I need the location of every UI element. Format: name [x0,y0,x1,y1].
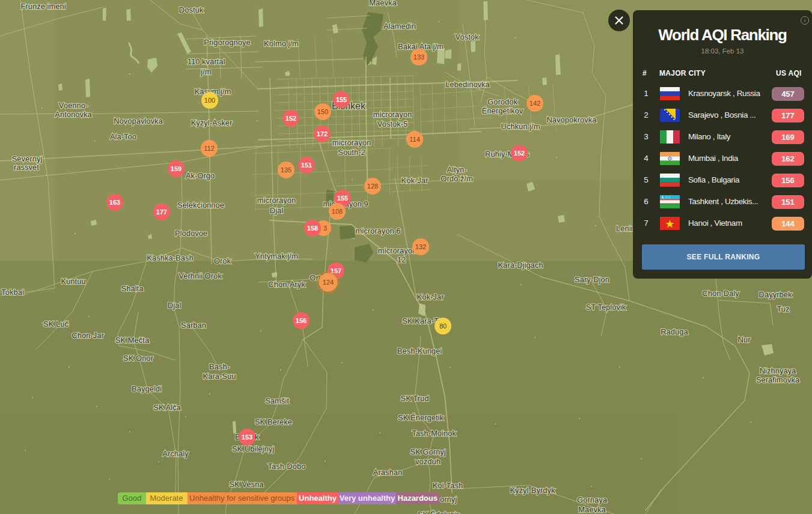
svg-text:Sarban: Sarban [181,321,206,330]
svg-text:ornyj: ornyj [440,495,457,504]
svg-text:microrayon: microrayon [373,110,412,119]
svg-text:Vostok: Vostok [455,32,479,41]
svg-text:159: 159 [171,165,182,172]
svg-text:Orok: Orok [214,256,231,265]
svg-text:SK Alča: SK Alča [153,403,181,412]
svg-text:Koi-Tash: Koi-Tash [433,481,463,490]
svg-text:152: 152 [285,115,296,122]
svg-text:Djal: Djal [270,206,284,215]
svg-text:Nur: Nur [738,335,751,344]
svg-text:Kashka-Bash: Kashka-Bash [147,253,193,262]
svg-text:Kok-Jar: Kok-Jar [417,292,444,301]
svg-text:114: 114 [409,136,420,143]
svg-text:Antonovka: Antonovka [55,110,92,119]
svg-text:Chon-Aryk: Chon-Aryk [268,280,305,289]
svg-text:SK Mečta: SK Mečta [115,336,150,345]
svg-text:Uchkun j/m: Uchkun j/m [501,122,540,131]
svg-text:128: 128 [367,183,378,190]
svg-text:Chon-Jar: Chon-Jar [72,331,104,340]
svg-text:135: 135 [281,166,292,174]
svg-text:108: 108 [332,208,343,215]
svg-text:Gornaya: Gornaya [577,495,608,504]
svg-text:110 kvartal: 110 kvartal [188,57,225,66]
svg-text:100: 100 [204,97,215,104]
svg-text:Navopokrovka: Navopokrovka [546,115,597,124]
svg-text:12: 12 [397,255,406,264]
svg-text:Kyzyl-Asker: Kyzyl-Asker [191,118,233,127]
svg-text:Lebedinovka: Lebedinovka [445,80,490,89]
svg-text:Shalta: Shalta [121,284,144,293]
svg-text:SK Ėdelvejs: SK Ėdelvejs [418,510,460,514]
svg-text:SK Gornyj: SK Gornyj [410,447,445,456]
svg-text:microrayon: microrayon [378,246,417,255]
svg-text:Tash-Moinok: Tash-Moinok [412,429,456,438]
svg-text:j/m: j/m [200,67,211,76]
svg-text:153: 153 [242,434,252,441]
svg-text:151: 151 [301,162,312,169]
svg-text:SK Onor: SK Onor [123,354,154,363]
svg-text:Kok-Jar: Kok-Jar [401,176,429,185]
svg-text:Chon-Daly: Chon-Daly [702,289,739,298]
svg-text:Novopavlovka: Novopavlovka [114,116,163,125]
svg-text:Dostuk: Dostuk [179,5,204,14]
svg-text:Voenno-: Voenno- [59,101,88,110]
svg-text:Maevka: Maevka [369,0,397,7]
svg-text:Prigorognoye: Prigorognoye [204,38,250,47]
svg-text:SK Luč: SK Luč [43,319,69,328]
svg-text:Gorodok: Gorodok [487,97,517,106]
svg-text:SK Bereke: SK Bereke [255,417,292,426]
svg-text:155: 155 [336,96,347,103]
svg-text:158: 158 [307,225,318,232]
svg-text:80: 80 [439,322,447,330]
svg-text:SK Vesna: SK Vesna [229,480,264,489]
svg-text:156: 156 [296,317,307,324]
svg-text:133: 133 [414,53,424,61]
svg-text:SK Énergetik: SK Énergetik [398,413,444,422]
svg-text:Frunze imeni: Frunze imeni [20,2,66,11]
svg-text:k: k [255,432,259,441]
svg-text:ST Teplovik: ST Teplovik [586,303,626,312]
svg-text:Kyzyl-Byrdyk: Kyzyl-Byrdyk [510,486,555,495]
svg-text:124: 124 [323,279,334,286]
svg-text:112: 112 [204,145,215,152]
svg-text:microrayon: microrayon [257,196,296,205]
svg-text:Tash-Dobo: Tash-Dobo [268,462,306,471]
svg-text:Ordo ž/m: Ordo ž/m [441,174,472,183]
svg-text:Besh-Kungei: Besh-Kungei [397,346,442,355]
svg-text:Baygeldi: Baygeldi [132,384,162,393]
svg-text:Tuz: Tuz [777,304,789,313]
svg-text:SK Ubilejnyj: SK Ubilejnyj [232,444,274,453]
svg-text:Yntymak j/m: Yntymak j/m [255,252,298,261]
svg-text:Maevka: Maevka [578,505,606,514]
svg-text:microrayon: microrayon [332,138,371,147]
svg-text:South-2: South-2 [338,148,365,157]
svg-text:rassvet: rassvet [14,163,39,172]
svg-text:microrayon 6: microrayon 6 [355,226,400,235]
svg-text:Énergetikov: Énergetikov [482,106,524,115]
svg-text:Kuntuu: Kuntuu [61,277,85,286]
svg-text:132: 132 [415,243,426,250]
svg-text:SK Trud: SK Trud [401,394,429,403]
svg-text:155: 155 [337,195,348,202]
svg-text:177: 177 [156,208,167,216]
svg-text:Alamedin: Alamedin [383,22,416,31]
svg-text:Kolmo j/m: Kolmo j/m [264,39,299,48]
svg-text:Djal: Djal [168,301,182,310]
svg-text:Raduga: Raduga [661,327,688,336]
svg-text:Plodovoe: Plodovoe [175,229,207,238]
svg-text:Archaly: Archaly [162,449,189,458]
svg-text:Altyn-: Altyn- [447,165,466,174]
svg-text:Selekcionnoe: Selekcionnoe [177,201,224,210]
svg-text:Kara-Suu: Kara-Suu [203,372,236,381]
svg-text:Sary-Djon: Sary-Djon [575,275,609,284]
svg-text:Verhnii Orok: Verhnii Orok [179,271,222,280]
svg-text:150: 150 [317,108,328,115]
svg-text:Nizhnyaya: Nizhnyaya [760,366,796,375]
svg-text:152: 152 [514,150,525,157]
svg-text:3: 3 [323,225,327,232]
svg-text:Arashan: Arashan [373,468,402,477]
svg-text:Serafimovka: Serafimovka [756,375,800,384]
svg-text:Kara-Djigach: Kara-Djigach [498,261,543,270]
svg-text:Tokbai: Tokbai [1,288,24,297]
svg-text:172: 172 [317,130,328,138]
